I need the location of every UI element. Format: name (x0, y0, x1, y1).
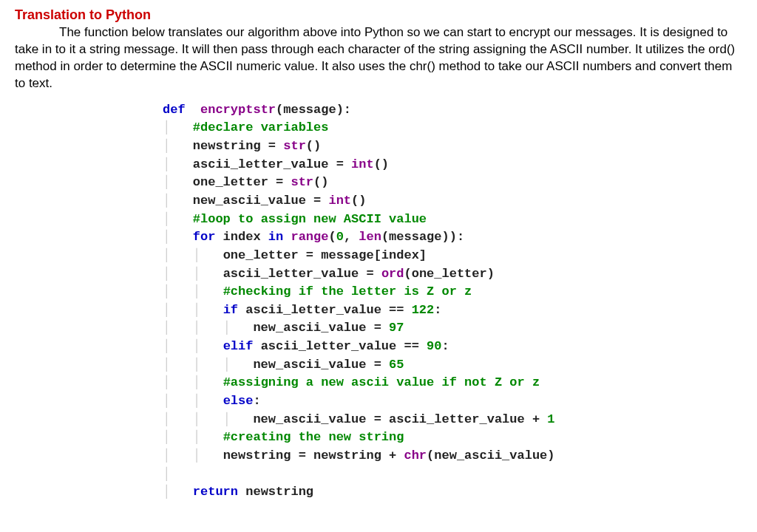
line-concat-post: (new_ascii_value) (427, 449, 554, 463)
section-heading: Translation to Python (15, 7, 742, 23)
colon2: : (441, 339, 449, 353)
line-index-letter: one_letter = message[index] (223, 248, 427, 262)
colon3: : (253, 394, 260, 408)
num-90: 90 (427, 339, 441, 353)
builtin-str2: str (291, 175, 313, 189)
elif-cond: ascii_letter_value == (253, 339, 427, 353)
paren: () (351, 194, 366, 208)
comma: , (344, 230, 359, 244)
line-new-ascii: new_ascii_value = (193, 194, 329, 208)
elif-body: new_ascii_value = (253, 358, 389, 372)
kw-in: in (268, 230, 283, 244)
num-122: 122 (412, 303, 435, 317)
comment-declare: #declare variables (193, 120, 329, 134)
comment-assign: #assigning a new ascii value if not Z or… (223, 375, 540, 389)
paren-open: ( (328, 230, 336, 244)
kw-else: else (223, 394, 254, 408)
range-tail: (message)): (381, 230, 464, 244)
space (283, 230, 291, 244)
colon: : (434, 303, 441, 317)
line-one-letter: one_letter = (193, 175, 291, 189)
for-var: index (215, 230, 268, 244)
kw-elif: elif (223, 339, 254, 353)
builtin-str: str (283, 139, 306, 153)
if-cond: ascii_letter_value == (238, 303, 412, 317)
comment-check: #checking if the letter is Z or z (223, 284, 472, 299)
kw-return: return (193, 485, 238, 499)
else-body: new_ascii_value = ascii_letter_value + (253, 412, 547, 426)
code-block: def encryptstr(message): │ #declare vari… (163, 101, 742, 502)
num-zero: 0 (336, 230, 344, 244)
paren: () (306, 139, 321, 153)
builtin-int2: int (328, 194, 351, 208)
comment-loop: #loop to assign new ASCII value (193, 212, 427, 226)
builtin-chr: chr (404, 449, 427, 463)
line-concat-pre: newstring = newstring + (223, 449, 404, 463)
paren: () (374, 157, 389, 171)
comment-new-string: #creating the new string (223, 430, 404, 444)
builtin-range: range (291, 230, 328, 244)
paren: () (313, 175, 328, 189)
if-body: new_ascii_value = (253, 321, 389, 335)
kw-for: for (193, 230, 216, 244)
builtin-len: len (359, 230, 381, 244)
intro-paragraph: The function below translates our algori… (15, 24, 742, 92)
num-97: 97 (389, 321, 404, 335)
fn-params: (message): (276, 103, 351, 117)
line-ascii-letter: ascii_letter_value = (193, 157, 351, 171)
line-ord-pre: ascii_letter_value = (223, 267, 381, 281)
line-newstring: newstring = (193, 139, 283, 153)
line-ord-post: (one_letter) (404, 267, 494, 281)
kw-if: if (223, 303, 238, 317)
intro-text: The function below translates our algori… (15, 25, 735, 90)
builtin-int: int (351, 157, 374, 171)
num-65: 65 (389, 358, 404, 372)
builtin-ord: ord (381, 267, 404, 281)
kw-def: def (163, 103, 186, 117)
num-1: 1 (547, 412, 554, 426)
return-val: newstring (238, 485, 313, 499)
fn-name: encryptstr (200, 103, 276, 117)
